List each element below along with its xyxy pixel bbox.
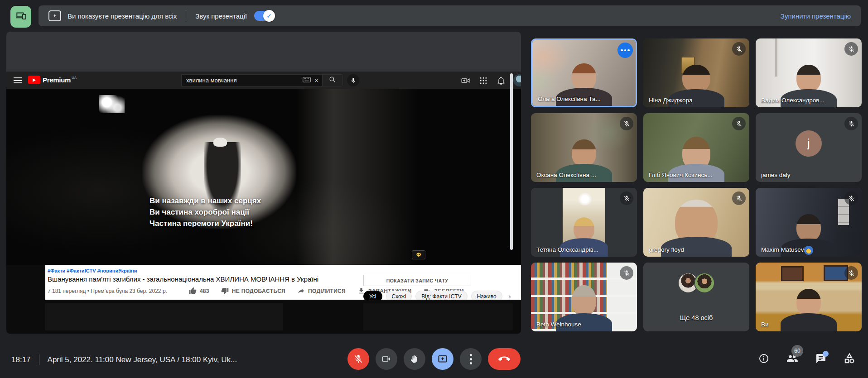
- participant-tile[interactable]: gregory floyd: [643, 188, 749, 257]
- participant-name: Тетяна Олександрів...: [536, 246, 598, 253]
- video-stats: 7 181 перегляд • Прем’єра була 23 бер. 2…: [48, 288, 167, 294]
- video-player[interactable]: Ви назавжди в наших серцях Ви частина хо…: [6, 89, 521, 265]
- participants-count-badge: 60: [791, 345, 803, 357]
- participant-grid: Ольга Олексіївна Та... Ніна Джиджора Вад…: [531, 38, 862, 331]
- keyboard-icon[interactable]: [303, 77, 311, 85]
- share-button[interactable]: ПОДІЛИТИСЯ: [297, 287, 346, 295]
- more-options-button[interactable]: [460, 348, 482, 370]
- like-count: 483: [200, 288, 209, 294]
- voice-search-button[interactable]: [347, 74, 359, 86]
- dislike-label: НЕ ПОДОБАЄТЬСЯ: [232, 288, 285, 294]
- participant-tile[interactable]: Maxim Matusevich: [756, 188, 862, 257]
- video-hashtags[interactable]: #Факти #ФактиICTV #новиниУкраїни: [48, 268, 481, 273]
- like-button[interactable]: 483: [189, 287, 209, 295]
- participant-tile[interactable]: Тетяна Олександрів...: [531, 188, 637, 257]
- top-bar: Ви показуєте презентацію для всіх Звук п…: [0, 0, 868, 29]
- presentation-sound-toggle[interactable]: ✓: [254, 11, 274, 21]
- clear-search-icon[interactable]: ×: [314, 77, 318, 84]
- bell-icon[interactable]: [496, 75, 506, 86]
- participant-name: gregory floyd: [649, 246, 684, 253]
- search-icon: [328, 76, 336, 85]
- mic-off-button[interactable]: [347, 348, 369, 370]
- avatar: [694, 273, 715, 293]
- divider: [186, 10, 186, 21]
- participant-tile[interactable]: Ще 48 осіб: [643, 263, 749, 331]
- mic-off-icon: [732, 117, 746, 130]
- video-chef-hat: [213, 138, 227, 147]
- video-caption: Ви назавжди в наших серцях Ви частина хо…: [149, 196, 261, 230]
- meet-bottom-bar: 18:17 April 5, 2022. 11:00 New Jersey, U…: [0, 342, 868, 378]
- presentation-banner: Ви показуєте презентацію для всіх Звук п…: [39, 5, 861, 26]
- participant-tile[interactable]: Ольга Олексіївна Та...: [531, 38, 637, 107]
- participant-tile[interactable]: Ніна Джиджора: [643, 38, 749, 107]
- participant-name: Оксана Олексіївна ...: [536, 172, 596, 178]
- apps-grid-icon[interactable]: [478, 75, 489, 86]
- mic-off-icon: [844, 117, 858, 130]
- participant-name: Гліб Янович Козинсь...: [649, 172, 713, 178]
- participant-name: Ще 48 осіб: [680, 314, 713, 321]
- participant-name: Вадим Олександров...: [761, 97, 825, 104]
- youtube-region-label: UA: [72, 76, 77, 80]
- scrollbar[interactable]: [510, 73, 513, 250]
- raise-hand-button[interactable]: [404, 348, 425, 370]
- presentation-sound-label: Звук презентації: [195, 12, 247, 20]
- video-info-section: #Факти #ФактиICTV #новиниУкраїни Вшанува…: [6, 265, 521, 300]
- meeting-title: April 5, 2022. 11:00 New Jersey, USA / 1…: [48, 355, 237, 364]
- camera-button[interactable]: [376, 348, 397, 370]
- chips-more-icon[interactable]: ›: [509, 292, 511, 300]
- search-button[interactable]: [323, 74, 342, 86]
- participant-tile[interactable]: Гліб Янович Козинсь...: [643, 113, 749, 182]
- end-call-button[interactable]: [488, 348, 521, 370]
- participant-tile[interactable]: Ви: [756, 263, 862, 331]
- search-input[interactable]: [186, 77, 303, 84]
- mic-off-icon: [620, 191, 633, 205]
- menu-icon[interactable]: [14, 77, 22, 83]
- share-label: ПОДІЛИТИСЯ: [308, 288, 346, 294]
- mic-off-icon: [844, 42, 858, 56]
- mini-avatar: [804, 246, 813, 255]
- activities-button[interactable]: [844, 353, 855, 364]
- chat-button[interactable]: [815, 353, 827, 364]
- present-notice-text: Ви показуєте презентацію для всіх: [68, 12, 177, 20]
- participant-name: Ніна Джиджора: [649, 97, 693, 104]
- create-video-icon[interactable]: [460, 75, 471, 86]
- video-wall-art: [296, 89, 419, 265]
- overflow-avatars: [678, 273, 715, 293]
- avatar[interactable]: [513, 74, 521, 86]
- info-button[interactable]: [758, 353, 770, 364]
- youtube-header: Premium UA ×: [6, 72, 521, 89]
- shared-screen-stage[interactable]: Premium UA ×: [6, 32, 521, 334]
- mic-off-icon: [732, 42, 746, 56]
- participant-name: Ольга Олексіївна Та...: [538, 96, 601, 102]
- participant-name: Ви: [761, 321, 769, 328]
- letterbox-column: [6, 265, 45, 300]
- more-options-icon: [470, 354, 472, 364]
- participant-tile[interactable]: Beth Weinhouse: [531, 263, 637, 331]
- chat-notification-dot: [823, 351, 829, 357]
- panel-controls: 60: [758, 353, 855, 364]
- people-button[interactable]: 60: [786, 353, 798, 364]
- mic-off-icon: [844, 191, 858, 205]
- participant-tile[interactable]: Оксана Олексіївна ...: [531, 113, 637, 182]
- toggle-check-icon: ✓: [263, 10, 275, 22]
- show-chat-log-button[interactable]: ПОКАЗАТИ ЗАПИС ЧАТУ: [363, 275, 471, 286]
- tile-more-options-icon[interactable]: [617, 43, 633, 58]
- stop-presentation-button[interactable]: Зупинити презентацію: [781, 12, 851, 20]
- participant-name: james daly: [761, 172, 791, 178]
- dislike-button[interactable]: НЕ ПОДОБАЄТЬСЯ: [221, 287, 285, 295]
- browser-chrome-area: [6, 32, 521, 72]
- present-button[interactable]: [432, 348, 453, 370]
- youtube-logo-icon[interactable]: Premium UA: [28, 76, 77, 84]
- person-silhouette: [781, 291, 836, 331]
- participant-tile[interactable]: Вадим Олександров...: [756, 38, 862, 107]
- mic-off-icon: [620, 266, 633, 280]
- devices-share-icon: [15, 10, 27, 24]
- youtube-play-icon: [28, 76, 40, 84]
- participant-name: Beth Weinhouse: [536, 321, 581, 328]
- below-content-block: [363, 303, 513, 330]
- mic-off-icon: [844, 266, 858, 280]
- share-screen-button[interactable]: [10, 6, 31, 28]
- below-content-block: [45, 303, 283, 330]
- divider: [39, 354, 39, 365]
- participant-tile[interactable]: j james daly: [756, 113, 862, 182]
